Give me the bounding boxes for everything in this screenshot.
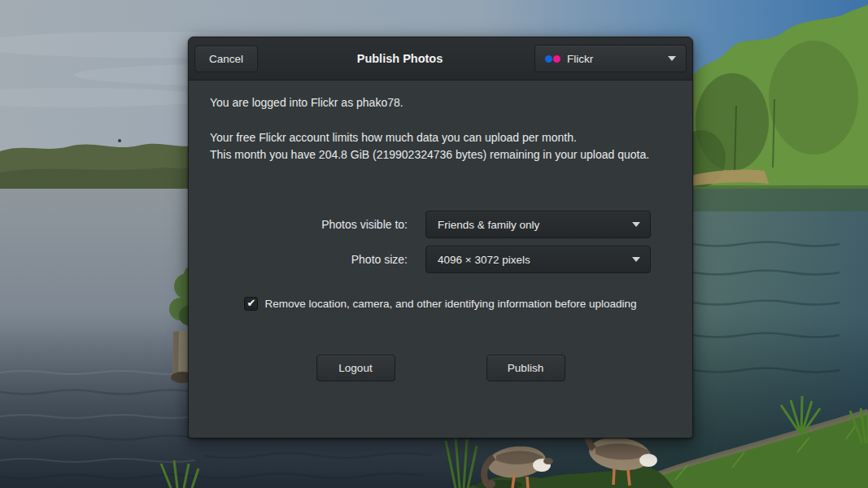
visibility-dropdown-value: Friends & family only (438, 219, 539, 231)
visibility-label: Photos visible to: (189, 218, 408, 231)
quota-line-2: This month you have 204.8 GiB (219902324… (210, 146, 649, 163)
service-dropdown-value: Flickr (567, 53, 593, 65)
photo-size-dropdown-value: 4096 × 3072 pixels (438, 254, 530, 266)
flickr-icon (545, 55, 560, 63)
logout-button[interactable]: Logout (316, 355, 395, 381)
strip-metadata-label: Remove location, camera, and other ident… (264, 298, 636, 310)
strip-metadata-row[interactable]: ✔ Remove location, camera, and other ide… (189, 294, 692, 312)
checkmark-icon: ✔ (247, 298, 256, 308)
flickr-dot-pink (553, 55, 560, 63)
publish-button[interactable]: Publish (486, 355, 565, 381)
photo-size-dropdown[interactable]: 4096 × 3072 pixels (425, 246, 651, 273)
visibility-row: Photos visible to: Friends & family only (189, 211, 692, 238)
photo-size-row: Photo size: 4096 × 3072 pixels (189, 246, 692, 273)
dialog-title: Publish Photos (270, 37, 530, 80)
publish-photos-dialog: Cancel Publish Photos Flickr You are log… (188, 37, 693, 438)
quota-line-1: Your free Flickr account limits how much… (210, 129, 649, 146)
distant-bird (118, 139, 121, 142)
chevron-down-icon (632, 222, 640, 227)
cancel-button[interactable]: Cancel (194, 46, 258, 72)
quota-text: Your free Flickr account limits how much… (210, 129, 649, 163)
service-dropdown[interactable]: Flickr (534, 45, 687, 72)
strip-metadata-checkbox[interactable]: ✔ (244, 297, 258, 311)
desktop: Cancel Publish Photos Flickr You are log… (0, 0, 868, 488)
photo-size-label: Photo size: (189, 253, 408, 266)
flickr-dot-blue (545, 55, 552, 63)
visibility-dropdown[interactable]: Friends & family only (425, 211, 651, 238)
action-buttons: Logout Publish (189, 355, 692, 381)
dialog-headerbar: Cancel Publish Photos Flickr (189, 37, 692, 81)
chevron-down-icon (668, 56, 676, 61)
chevron-down-icon (632, 257, 640, 262)
login-status-text: You are logged into Flickr as phako78. (210, 96, 403, 110)
